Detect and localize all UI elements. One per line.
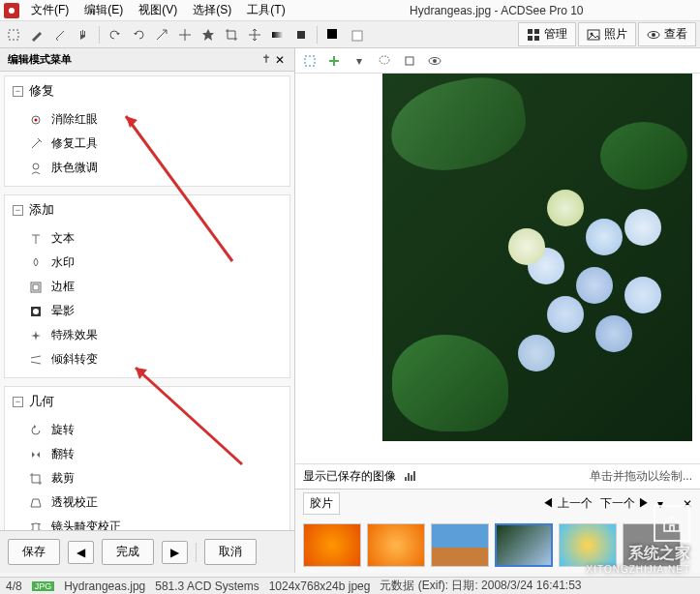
grid-icon <box>527 28 540 42</box>
canvas[interactable] <box>295 74 700 463</box>
svg-rect-3 <box>297 31 305 39</box>
item-border[interactable]: 边框 <box>5 275 289 299</box>
collapse-icon[interactable]: − <box>13 397 23 407</box>
thumbnail[interactable] <box>559 523 617 567</box>
svg-rect-26 <box>406 57 413 65</box>
thumbnail[interactable] <box>623 523 681 567</box>
panel-title: 编辑模式菜单 <box>8 52 259 67</box>
saved-label[interactable]: 显示已保存的图像 <box>303 468 396 485</box>
group-header[interactable]: − 修复 <box>5 76 289 105</box>
window-title: Hydrangeas.jpg - ACDSee Pro 10 <box>410 4 583 17</box>
item-flip[interactable]: 翻转 <box>5 442 289 466</box>
separator <box>196 543 197 562</box>
item-label: 裁剪 <box>51 470 75 487</box>
svg-point-13 <box>652 33 655 37</box>
vignette-icon <box>28 304 44 319</box>
filmstrip-next[interactable]: 下一个 ▶ <box>600 495 650 512</box>
menu-edit[interactable]: 编辑(E) <box>80 0 127 20</box>
svg-rect-9 <box>534 36 539 41</box>
photo-icon <box>587 28 600 42</box>
cancel-button[interactable]: 取消 <box>204 539 257 565</box>
filmstrip: 胶片 ◀ 上一个 下一个 ▶ ▾ ✕ <box>295 489 700 573</box>
tool-undo-icon[interactable] <box>106 25 125 45</box>
collapse-icon[interactable]: − <box>13 205 23 216</box>
tool-pen-icon[interactable] <box>50 25 70 45</box>
next-button[interactable]: ▶ <box>162 541 188 564</box>
prev-button[interactable]: ◀ <box>68 541 94 564</box>
item-rotate[interactable]: 旋转 <box>5 418 289 442</box>
menu-file[interactable]: 文件(F) <box>27 0 73 20</box>
tool-crop-icon[interactable] <box>222 25 241 45</box>
color-swatch-fg[interactable] <box>323 25 343 45</box>
item-text[interactable]: 文本 <box>5 226 289 251</box>
item-label: 消除红眼 <box>51 111 98 128</box>
thumbnail[interactable] <box>431 523 489 567</box>
tool-crosshair-icon[interactable] <box>175 25 195 45</box>
dropdown-icon[interactable]: ▾ <box>350 51 369 71</box>
item-tiltshift[interactable]: 倾斜转变 <box>5 347 289 371</box>
eye-toggle-icon[interactable] <box>425 51 444 71</box>
tab-view[interactable]: 查看 <box>638 22 696 46</box>
tool-move-icon[interactable] <box>245 25 264 45</box>
menu-tools[interactable]: 工具(T) <box>243 0 289 20</box>
tiltshift-icon <box>28 352 44 368</box>
item-label: 透视校正 <box>51 494 98 511</box>
histogram-icon[interactable] <box>404 469 419 484</box>
item-vignette[interactable]: 晕影 <box>5 299 289 323</box>
close-icon[interactable]: ✕ <box>273 53 287 67</box>
filmstrip-dropdown-icon[interactable]: ▾ <box>657 497 663 511</box>
tab-photo[interactable]: 照片 <box>578 22 636 46</box>
save-button[interactable]: 保存 <box>8 539 60 565</box>
group-header[interactable]: − 添加 <box>5 195 289 224</box>
svg-rect-8 <box>528 36 533 41</box>
thumbnail-selected[interactable] <box>495 523 553 567</box>
item-label: 边框 <box>51 279 75 295</box>
color-swatch-bg[interactable] <box>347 25 366 45</box>
group-header[interactable]: − 几何 <box>5 387 289 416</box>
lasso-icon[interactable] <box>375 51 394 71</box>
selection-rect-icon[interactable] <box>301 52 319 70</box>
item-label: 特殊效果 <box>51 327 98 343</box>
status-meta: 元数据 (Exif): 日期: 2008/3/24 16:41:53 <box>380 578 581 594</box>
group-add: − 添加 文本 水印 边框 晕影 特殊效果 倾斜转变 <box>4 194 290 378</box>
bottom-bar: 保存 ◀ 完成 ▶ 取消 <box>0 530 294 573</box>
item-watermark[interactable]: 水印 <box>5 251 289 275</box>
skin-icon <box>28 161 44 176</box>
item-skin-tune[interactable]: 肤色微调 <box>5 156 289 180</box>
item-crop[interactable]: 裁剪 <box>5 466 289 490</box>
thumbnail[interactable] <box>367 523 425 567</box>
tool-star-icon[interactable] <box>198 25 218 45</box>
tool-arrow-icon[interactable] <box>152 25 171 45</box>
pin-icon[interactable] <box>259 53 273 67</box>
crop-icon <box>28 471 44 487</box>
filmstrip-label[interactable]: 胶片 <box>303 492 340 515</box>
svg-point-15 <box>35 118 38 121</box>
filmstrip-prev[interactable]: ◀ 上一个 <box>542 495 592 512</box>
filmstrip-close-icon[interactable]: ✕ <box>683 497 692 511</box>
selection-tool-icon[interactable] <box>400 51 419 71</box>
item-perspective[interactable]: 透视校正 <box>5 490 289 515</box>
menubar: 文件(F) 编辑(E) 视图(V) 选择(S) 工具(T) Hydrangeas… <box>0 0 700 21</box>
rotate-icon <box>28 423 44 438</box>
tab-manage[interactable]: 管理 <box>518 22 576 46</box>
menu-view[interactable]: 视图(V) <box>135 0 181 20</box>
tool-gradient-icon[interactable] <box>268 25 288 45</box>
svg-point-20 <box>33 309 39 314</box>
eye-icon <box>647 28 660 42</box>
collapse-icon[interactable]: − <box>13 86 23 97</box>
item-repair-tool[interactable]: 修复工具 <box>5 132 289 156</box>
add-icon[interactable] <box>324 51 344 71</box>
status-page: 4/8 <box>6 579 22 593</box>
tool-redo-icon[interactable] <box>129 25 148 45</box>
item-effects[interactable]: 特殊效果 <box>5 323 289 347</box>
tool-hand-icon[interactable] <box>74 25 93 45</box>
thumbnail[interactable] <box>303 523 361 567</box>
done-button[interactable]: 完成 <box>102 539 154 565</box>
item-lens-correction[interactable]: 镜头畸变校正 <box>5 515 289 530</box>
tool-brush-icon[interactable] <box>27 25 46 45</box>
item-remove-redeye[interactable]: 消除红眼 <box>5 107 289 132</box>
menu-select[interactable]: 选择(S) <box>189 0 235 20</box>
tool-square-icon[interactable] <box>291 25 311 45</box>
tool-select-icon[interactable] <box>4 25 23 45</box>
status-dims: 1024x768x24b jpeg <box>269 579 371 593</box>
